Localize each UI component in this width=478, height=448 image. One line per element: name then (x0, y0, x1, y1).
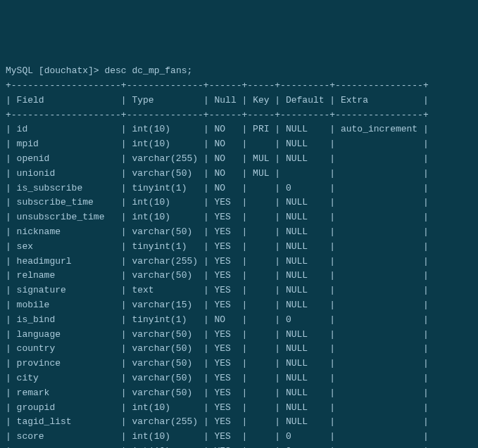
cell-key: PRI (253, 124, 269, 134)
cell-default: 0 (286, 183, 325, 193)
cell-key (253, 431, 269, 442)
cell-extra (341, 416, 417, 427)
shell-name: MySQL (6, 65, 33, 76)
cell-field: id (17, 124, 115, 134)
cell-extra (341, 153, 417, 164)
cell-default: 0 (286, 314, 325, 325)
cell-key (253, 388, 269, 398)
cell-null: YES (214, 431, 236, 442)
cell-type: tinyint(1) (132, 241, 198, 252)
cell-key (253, 241, 269, 252)
cell-null: NO (214, 153, 236, 164)
cell-key (253, 270, 269, 281)
table-row: | headimgurl | varchar(255) | YES | | NU… (6, 256, 429, 267)
cell-key (253, 139, 269, 149)
table-row: | city | varchar(50) | YES | | NULL | | (6, 373, 429, 383)
cell-field: province (17, 358, 115, 369)
cell-null: NO (214, 139, 236, 149)
cell-null: YES (214, 373, 236, 383)
cell-type: int(10) (132, 212, 198, 222)
cell-default: NULL (286, 416, 325, 427)
cell-default: NULL (286, 124, 325, 134)
database-name: [douchatx]> (39, 65, 99, 76)
cell-field: score (17, 431, 115, 442)
cell-default: NULL (286, 329, 325, 340)
cell-type: varchar(255) (132, 256, 198, 267)
cell-type: varchar(50) (132, 270, 198, 281)
cell-extra (341, 197, 417, 207)
cell-default: NULL (286, 343, 325, 354)
cell-key (253, 416, 269, 427)
table-row: | province | varchar(50) | YES | | NULL … (6, 358, 429, 369)
table-row: | country | varchar(50) | YES | | NULL |… (6, 343, 429, 354)
cell-type: varchar(50) (132, 388, 198, 398)
cell-default: NULL (286, 256, 325, 267)
cell-extra (341, 183, 417, 193)
cell-null: YES (214, 416, 236, 427)
cell-field: remark (17, 388, 115, 398)
cell-extra (341, 168, 417, 179)
table-row: | remark | varchar(50) | YES | | NULL | … (6, 388, 429, 398)
cell-type: varchar(50) (132, 226, 198, 237)
cell-key (253, 285, 269, 295)
cell-key (253, 373, 269, 383)
cell-type: varchar(255) (132, 416, 198, 427)
table-row: | mobile | varchar(15) | YES | | NULL | … (6, 300, 429, 310)
cell-null: YES (214, 358, 236, 369)
cell-type: int(10) (132, 402, 198, 413)
cell-null: NO (214, 124, 236, 134)
cell-field: mpid (17, 139, 115, 149)
cell-extra (341, 329, 417, 340)
cell-field: is_subscribe (17, 183, 115, 193)
cell-type: varchar(15) (132, 300, 198, 310)
cell-key (253, 212, 269, 222)
cell-field: headimgurl (17, 256, 115, 267)
table-body: | id | int(10) | NO | PRI | NULL | auto_… (6, 122, 472, 448)
table-row: | nickname | varchar(50) | YES | | NULL … (6, 226, 429, 237)
cell-extra (341, 226, 417, 237)
cell-null: YES (214, 197, 236, 207)
cell-field: country (17, 343, 115, 354)
table-row: | score | int(10) | YES | | 0 | | (6, 431, 429, 442)
cell-type: tinyint(1) (132, 314, 198, 325)
cell-field: subscribe_time (17, 197, 115, 207)
cell-null: YES (214, 212, 236, 222)
cell-null: NO (214, 183, 236, 193)
cell-type: varchar(50) (132, 358, 198, 369)
header-type: Type (132, 95, 153, 105)
cell-extra (341, 241, 417, 252)
cell-key: MUL (253, 168, 269, 179)
table-header-divider: +--------------------+--------------+---… (6, 110, 429, 120)
cell-extra (341, 373, 417, 383)
cell-default: NULL (286, 212, 325, 222)
cell-default (286, 168, 325, 179)
cell-field: unsubscribe_time (17, 212, 115, 222)
cell-null: YES (214, 329, 236, 340)
table-row: | language | varchar(50) | YES | | NULL … (6, 329, 429, 340)
cell-extra (341, 431, 417, 442)
sql-command[interactable]: desc dc_mp_fans; (104, 65, 192, 76)
header-key: Key (253, 95, 269, 105)
table-row: | sex | tinyint(1) | YES | | NULL | | (6, 241, 429, 252)
cell-key (253, 329, 269, 340)
cell-type: varchar(50) (132, 168, 198, 179)
table-row: | relname | varchar(50) | YES | | NULL |… (6, 270, 429, 281)
cell-field: nickname (17, 226, 115, 237)
cell-default: NULL (286, 226, 325, 237)
cell-null: NO (214, 314, 236, 325)
cell-field: groupid (17, 402, 115, 413)
table-row: | mpid | int(10) | NO | | NULL | | (6, 139, 429, 149)
cell-extra (341, 300, 417, 310)
cell-key (253, 197, 269, 207)
cell-default: NULL (286, 270, 325, 281)
cell-key (253, 343, 269, 354)
cell-key: MUL (253, 153, 269, 164)
cell-field: openid (17, 153, 115, 164)
cell-extra (341, 402, 417, 413)
cell-type: int(10) (132, 124, 198, 134)
table-row: | unionid | varchar(50) | NO | MUL | | | (6, 168, 429, 179)
cell-default: NULL (286, 388, 325, 398)
cell-key (253, 183, 269, 193)
cell-field: tagid_list (17, 416, 115, 427)
cell-field: is_bind (17, 314, 115, 325)
